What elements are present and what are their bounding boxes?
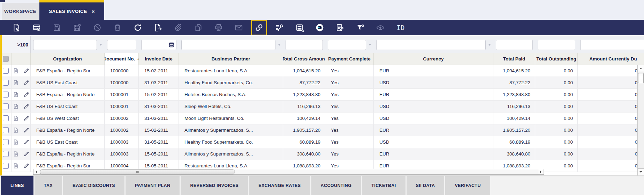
edit-record-icon[interactable] [23,163,29,169]
edit-record-icon[interactable] [23,103,29,109]
print-button[interactable] [213,22,225,34]
save-special-button[interactable] [71,22,83,34]
save-button[interactable] [51,22,63,34]
column-header-total-outstanding[interactable]: Total Outstanding [535,53,578,65]
filter-input-total-outstanding[interactable] [538,40,575,50]
grid-settings-button[interactable] [273,22,285,34]
row-checkbox[interactable] [3,139,9,145]
vertical-scroll-thumb[interactable] [638,73,644,83]
bottom-tab-basic-discounts[interactable]: BASIC DISCOUNTS [63,176,124,195]
row-checkbox[interactable] [3,80,9,86]
copilot-button[interactable] [314,22,326,34]
grid-row[interactable]: F&B España - Región Sur100000015-02-2011… [0,65,644,77]
open-record-icon[interactable] [13,103,19,109]
edit-record-icon[interactable] [23,68,29,74]
row-checkbox[interactable] [3,127,9,133]
record-count[interactable]: >100 [12,36,31,53]
grid-row[interactable]: F&B US East Coast100000331-05-2011Health… [0,136,644,148]
grid-row[interactable]: F&B España - Región Norte100000115-02-20… [0,89,644,101]
open-record-icon[interactable] [13,80,19,86]
bottom-tab-payment-plan[interactable]: PAYMENT PLAN [126,176,180,195]
combo-arrow-icon[interactable] [278,44,281,46]
delete-button[interactable] [112,22,123,34]
grid-row[interactable]: F&B US West Coast100000231-03-2011Moon L… [0,113,644,124]
attachment-button[interactable] [172,22,184,34]
open-record-icon[interactable] [13,127,19,133]
undo-cancel-button[interactable] [91,22,103,34]
row-checkbox[interactable] [3,115,9,121]
preview-button[interactable] [374,22,386,34]
email-button[interactable] [233,22,245,34]
open-record-icon[interactable] [13,139,19,145]
scroll-down-arrow[interactable] [638,168,644,175]
filter-input-total-gross-amount[interactable] [286,40,323,50]
edit-record-icon[interactable] [23,115,29,121]
combo-arrow-icon[interactable] [369,44,371,46]
filter-input-total-paid[interactable] [496,40,533,50]
bottom-tab-exchange-rates[interactable]: EXCHANGE RATES [249,176,310,195]
filter-input-invoice-date[interactable] [142,40,168,50]
open-record-icon[interactable] [13,115,19,121]
scroll-right-arrow[interactable] [538,169,544,174]
open-record-icon[interactable] [13,92,19,98]
bottom-tab-accounting[interactable]: ACCOUNTING [311,176,361,195]
grid-row[interactable]: F&B España - Región Norte100000315-05-20… [0,148,644,160]
row-checkbox[interactable] [3,68,9,74]
combo-arrow-icon[interactable] [488,44,491,46]
notes-button[interactable] [334,22,346,34]
column-header-total-gross-amount[interactable]: Total Gross Amount [283,53,325,65]
column-header-total-paid[interactable]: Total Paid [493,53,535,65]
column-header-currency[interactable]: Currency [374,53,493,65]
close-tab-icon[interactable]: × [92,8,95,14]
column-header-document-no[interactable]: Document No.▲ [105,53,139,65]
horizontal-scroll-thumb[interactable] [40,169,235,174]
row-checkbox[interactable] [3,151,9,157]
edit-record-icon[interactable] [23,151,29,157]
grid-row[interactable]: F&B España - Región Norte100000215-02-20… [0,124,644,136]
refresh-button[interactable] [132,22,144,34]
export-button[interactable] [152,22,164,34]
tab-workspace[interactable]: WORKSPACE [2,3,39,20]
bottom-tab-ticketbai[interactable]: TICKETBAI [362,176,405,195]
column-header-amount-currently-du[interactable]: Amount Currently Du [578,53,644,65]
horizontal-scrollbar[interactable] [33,169,544,175]
vertical-scrollbar[interactable] [637,65,644,175]
edit-record-icon[interactable] [23,139,29,145]
bottom-tab-reversed-invoices[interactable]: REVERSED INVOICES [181,176,248,195]
open-record-icon[interactable] [13,151,19,157]
filter-input-currency[interactable] [376,40,486,50]
row-checkbox[interactable] [3,92,9,98]
form-view-button[interactable] [294,22,305,34]
scroll-left-arrow[interactable] [33,169,39,174]
column-header-row-actions[interactable] [12,53,31,65]
grid-row[interactable]: F&B US East Coast100000031-03-2011Health… [0,77,644,89]
column-header-organization[interactable]: Organization [31,53,105,65]
scroll-up-arrow[interactable] [638,65,644,72]
calendar-icon[interactable] [168,42,175,48]
filter-input-document-no[interactable] [107,40,136,50]
filter-input-payment-complete[interactable] [328,40,366,50]
open-record-icon[interactable] [13,163,19,169]
new-document-button[interactable] [10,22,22,34]
edit-record-icon[interactable] [23,80,29,86]
horizontal-scroll-track[interactable] [39,169,538,174]
new-row-grid-button[interactable] [31,22,43,34]
row-checkbox[interactable] [3,163,9,169]
open-record-icon[interactable] [13,68,19,74]
row-checkbox[interactable] [3,103,9,109]
id-button[interactable]: ID [395,22,407,34]
column-header-business-partner[interactable]: Business Partner [179,53,283,65]
tab-sales-invoice[interactable]: SALES INVOICE × [39,0,104,20]
bottom-tab-sii-data[interactable]: SII DATA [407,176,445,195]
clone-button[interactable] [192,22,204,34]
bottom-tab-lines[interactable]: LINES [1,176,33,195]
column-header-payment-complete[interactable]: Payment Complete [325,53,374,65]
column-header-invoice-date[interactable]: Invoice Date [139,53,179,65]
filter-input-organization[interactable] [33,40,97,50]
edit-record-icon[interactable] [23,127,29,133]
link-button[interactable] [253,22,265,34]
edit-record-icon[interactable] [23,92,29,98]
filter-input-business-partner[interactable] [181,40,275,50]
bottom-tab-tax[interactable]: TAX [35,176,62,195]
bottom-tab-verifactu[interactable]: VERIFACTU [445,176,490,195]
